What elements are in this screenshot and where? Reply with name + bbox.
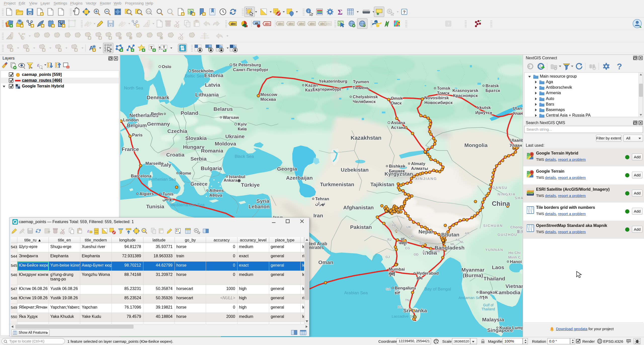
svg-text:G: G bbox=[527, 153, 529, 156]
svg-text:กรุงเ: กรุงเ bbox=[479, 295, 488, 300]
svg-text:Київ: Київ bbox=[238, 127, 247, 131]
svg-text:Rome: Rome bbox=[179, 171, 191, 176]
svg-text:Sri Lanka: Sri Lanka bbox=[403, 308, 427, 313]
svg-text:Denmark: Denmark bbox=[147, 94, 169, 100]
svg-text:Baltic Sea: Baltic Sea bbox=[185, 74, 204, 78]
svg-text:Bratsk: Bratsk bbox=[486, 83, 499, 88]
svg-text:(Burma): (Burma) bbox=[463, 272, 483, 278]
svg-text:Екатеринбург: Екатеринбург bbox=[312, 87, 341, 92]
svg-text:✱: ✱ bbox=[136, 24, 139, 28]
svg-text:Oslo: Oslo bbox=[162, 64, 171, 69]
svg-text:✱: ✱ bbox=[20, 24, 23, 28]
svg-text:France: France bbox=[122, 146, 139, 152]
svg-text:Hyderabad: Hyderabad bbox=[417, 271, 439, 276]
svg-text:Stockholm: Stockholm bbox=[192, 69, 214, 73]
svg-text:Athens: Athens bbox=[209, 188, 224, 193]
svg-text:abc: abc bbox=[310, 22, 315, 26]
svg-text:Vietnam: Vietnam bbox=[505, 283, 523, 289]
svg-text:✱: ✱ bbox=[26, 48, 29, 52]
svg-text:?: ? bbox=[403, 10, 406, 15]
svg-text:✱: ✱ bbox=[75, 48, 77, 52]
svg-text:PB: PB bbox=[392, 224, 396, 227]
svg-text:Алматы: Алматы bbox=[411, 166, 428, 171]
svg-text:UP: UP bbox=[409, 235, 414, 238]
svg-text:Kuala Lumpur: Kuala Lumpur bbox=[499, 325, 523, 330]
svg-text:1:1: 1:1 bbox=[147, 10, 150, 13]
svg-text:Bangkok: Bangkok bbox=[479, 290, 498, 295]
svg-text:Братск: Братск bbox=[486, 88, 500, 93]
svg-text:GJ: GJ bbox=[385, 255, 390, 259]
svg-text:Ukraine: Ukraine bbox=[225, 133, 245, 139]
svg-text:✱: ✱ bbox=[203, 12, 205, 16]
svg-text:North Sea: North Sea bbox=[124, 86, 143, 90]
svg-text:Syria: Syria bbox=[256, 198, 269, 204]
svg-text:ab: ab bbox=[255, 22, 258, 25]
svg-text:Barcelona: Barcelona bbox=[131, 174, 152, 178]
svg-text:NINGXIA: NINGXIA bbox=[498, 192, 516, 196]
svg-text:Tehran: Tehran bbox=[315, 196, 329, 201]
svg-text:Kyiv: Kyiv bbox=[238, 122, 247, 127]
svg-text:Bishkek: Bishkek bbox=[389, 164, 406, 169]
svg-text:ur: ur bbox=[401, 236, 405, 241]
svg-text:Czechia: Czechia bbox=[167, 128, 187, 134]
svg-text:Улаан: Улаан bbox=[510, 143, 522, 148]
svg-text:Tyumen: Tyumen bbox=[353, 79, 369, 84]
svg-text:Minh C: Minh C bbox=[508, 255, 521, 259]
svg-text:OD: OD bbox=[414, 253, 419, 256]
svg-text:Yekaterinburg: Yekaterinburg bbox=[319, 79, 347, 84]
svg-text:Bulgaria: Bulgaria bbox=[201, 165, 222, 171]
svg-text:Laccadive Sea: Laccadive Sea bbox=[392, 314, 417, 318]
svg-text:Иркутск: Иркутск bbox=[475, 110, 492, 115]
svg-text:✱: ✱ bbox=[93, 48, 95, 52]
svg-text:abc: abc bbox=[299, 22, 304, 26]
svg-text:KL: KL bbox=[398, 305, 402, 309]
svg-text:Omsk: Omsk bbox=[391, 96, 403, 101]
svg-text:Moldova: Moldova bbox=[215, 141, 236, 146]
svg-text:Andaman Sea: Andaman Sea bbox=[458, 295, 482, 300]
svg-text:Astana: Astana bbox=[391, 120, 405, 125]
svg-text:?: ? bbox=[447, 22, 449, 26]
svg-text:Latvia: Latvia bbox=[205, 82, 220, 88]
svg-text:abc: abc bbox=[265, 22, 270, 26]
svg-text:✱: ✱ bbox=[192, 12, 194, 16]
svg-text:ಕನ್: ಕನ್ bbox=[395, 290, 400, 295]
svg-text:✱: ✱ bbox=[43, 48, 45, 52]
svg-text:RJ: RJ bbox=[387, 238, 392, 241]
svg-text:Laos: Laos bbox=[492, 264, 504, 270]
svg-text:Slovakia: Slovakia bbox=[185, 135, 207, 141]
svg-text:✱: ✱ bbox=[59, 48, 61, 52]
svg-text:Croatia: Croatia bbox=[166, 152, 185, 158]
svg-text:ML: ML bbox=[451, 242, 455, 246]
svg-text:SHAA: SHAA bbox=[515, 196, 523, 200]
svg-text:Iran: Iran bbox=[313, 213, 323, 218]
svg-text:✱: ✱ bbox=[99, 36, 101, 39]
svg-text:CG: CG bbox=[405, 246, 410, 250]
svg-text:Челябинск: Челябинск bbox=[353, 99, 376, 104]
svg-text:जयपुर: जयपुर bbox=[398, 241, 407, 246]
svg-text:重庆: 重庆 bbox=[516, 230, 523, 234]
svg-text:?: ? bbox=[617, 62, 622, 71]
svg-text:NL: NL bbox=[460, 240, 464, 244]
svg-text:abc: abc bbox=[326, 22, 331, 26]
svg-text:Irkutsk: Irkutsk bbox=[477, 105, 491, 110]
svg-text:Thailand: Thailand bbox=[484, 276, 505, 281]
svg-text:Nepal: Nepal bbox=[418, 229, 433, 234]
svg-text:SICHUAN: SICHUAN bbox=[483, 224, 503, 228]
svg-text:Σ: Σ bbox=[338, 8, 343, 16]
svg-text:Azerbaijan: Azerbaijan bbox=[286, 175, 313, 181]
svg-text:Algiers: Algiers bbox=[139, 191, 154, 196]
svg-text:Warsaw: Warsaw bbox=[223, 115, 239, 120]
svg-text:Mongolia: Mongolia bbox=[464, 142, 488, 148]
svg-text:Ulan-U: Ulan-U bbox=[513, 106, 523, 111]
svg-text:Georgia: Georgia bbox=[277, 166, 297, 172]
svg-text:Tunis: Tunis bbox=[163, 192, 174, 196]
svg-text:WB: WB bbox=[434, 249, 440, 253]
svg-text:تونس: تونس bbox=[163, 196, 173, 202]
svg-text:i: i bbox=[308, 9, 309, 13]
svg-text:✱: ✱ bbox=[41, 24, 44, 28]
svg-text:Санкт-Петербург: Санкт-Петербург bbox=[233, 67, 268, 72]
svg-text:Almaty: Almaty bbox=[411, 161, 425, 166]
svg-text:Krasnoyarsk: Krasnoyarsk bbox=[452, 88, 478, 93]
svg-text:Thailand: Thailand bbox=[481, 307, 495, 311]
svg-text:Lithuania: Lithuania bbox=[195, 92, 219, 97]
